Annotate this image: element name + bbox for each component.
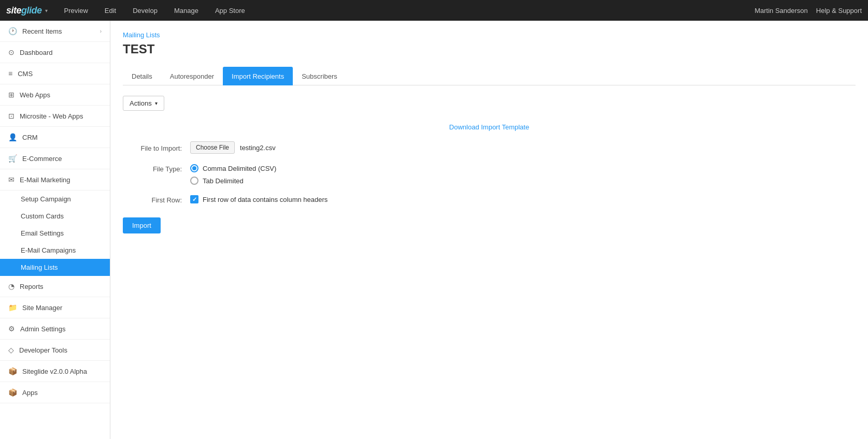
cms-label: CMS <box>18 70 33 78</box>
radio-group-file-type: Comma Delimited (CSV) Tab Delimited <box>190 162 856 185</box>
sidebar-item-ecommerce[interactable]: 🛒 E-Commerce <box>0 148 110 169</box>
site-manager-icon: 📁 <box>8 303 17 312</box>
first-row-group: First Row: First row of data contains co… <box>123 193 856 204</box>
clock-icon: 🕐 <box>8 27 17 35</box>
download-import-template-link[interactable]: Download Import Template <box>123 123 856 131</box>
radio-tab[interactable]: Tab Delimited <box>190 177 856 185</box>
sidebar-item-custom-cards[interactable]: Custom Cards <box>0 208 110 225</box>
top-nav-right: Martin Sanderson Help & Support <box>755 7 862 14</box>
logo-glide: glide <box>21 5 42 16</box>
sidebar-item-site-manager[interactable]: 📁 Site Manager <box>0 297 110 318</box>
nav-preview[interactable]: Preview <box>56 0 96 21</box>
site-manager-label: Site Manager <box>22 304 62 312</box>
recent-items-arrow: › <box>100 28 102 34</box>
radio-tab-label: Tab Delimited <box>203 177 244 185</box>
first-row-label: First Row: <box>123 193 190 204</box>
file-type-group: File Type: Comma Delimited (CSV) Tab Del… <box>123 162 856 185</box>
nav-appstore[interactable]: App Store <box>207 0 253 21</box>
admin-settings-icon: ⚙ <box>8 325 15 333</box>
crm-icon: 👤 <box>8 133 17 141</box>
tab-details[interactable]: Details <box>123 67 161 85</box>
nav-develop[interactable]: Develop <box>124 0 166 21</box>
sidebar-item-developer-tools[interactable]: ◇ Developer Tools <box>0 340 110 361</box>
sidebar-item-setup-campaign[interactable]: Setup Campaign <box>0 191 110 208</box>
emailmarketing-label: E-Mail Marketing <box>20 176 70 184</box>
nav-items: Preview Edit Develop Manage App Store <box>56 0 253 21</box>
sidebar: 🕐 Recent Items › ⊙ Dashboard ≡ CMS ⊞ Web… <box>0 21 110 439</box>
breadcrumb[interactable]: Mailing Lists <box>123 31 856 39</box>
tabs: Details Autoresponder Import Recipients … <box>123 67 856 85</box>
ecommerce-icon: 🛒 <box>8 154 17 163</box>
radio-csv-circle <box>190 164 198 172</box>
apps-icon: 📦 <box>8 388 17 397</box>
webapps-label: Web Apps <box>20 91 50 99</box>
crm-label: CRM <box>22 134 38 141</box>
sidebar-item-mailing-lists[interactable]: Mailing Lists <box>0 259 110 276</box>
content-area: Mailing Lists TEST Details Autoresponder… <box>110 21 868 439</box>
file-type-options: Comma Delimited (CSV) Tab Delimited <box>190 162 856 185</box>
logo[interactable]: siteglide <box>6 5 42 16</box>
siteglide-version-label: Siteglide v2.0.0 Alpha <box>22 368 87 375</box>
radio-csv-label: Comma Delimited (CSV) <box>203 165 276 172</box>
selected-file-name: testing2.csv <box>240 144 276 152</box>
admin-settings-label: Admin Settings <box>20 325 65 333</box>
sidebar-item-microsite[interactable]: ⊡ Microsite - Web Apps <box>0 106 110 127</box>
sidebar-item-email-campaigns[interactable]: E-Mail Campaigns <box>0 242 110 259</box>
ecommerce-label: E-Commerce <box>22 155 62 163</box>
email-icon: ✉ <box>8 175 15 184</box>
help-support-link[interactable]: Help & Support <box>816 7 862 14</box>
tab-import-recipients[interactable]: Import Recipients <box>223 67 293 85</box>
file-to-import-group: File to Import: Choose File testing2.csv <box>123 141 856 154</box>
user-name[interactable]: Martin Sanderson <box>755 7 808 14</box>
first-row-checkbox[interactable]: First row of data contains column header… <box>190 193 856 203</box>
email-sub-menu: Setup Campaign Custom Cards Email Settin… <box>0 191 110 276</box>
sidebar-item-email-settings[interactable]: Email Settings <box>0 225 110 242</box>
file-type-label: File Type: <box>123 162 190 173</box>
sidebar-item-reports[interactable]: ◔ Reports <box>0 276 110 297</box>
first-row-checkbox-label: First row of data contains column header… <box>203 196 328 203</box>
choose-file-button[interactable]: Choose File <box>190 141 235 154</box>
reports-label: Reports <box>20 283 44 290</box>
logo-dropdown-arrow[interactable]: ▾ <box>45 8 48 13</box>
sidebar-item-dashboard[interactable]: ⊙ Dashboard <box>0 42 110 63</box>
webapps-icon: ⊞ <box>8 91 15 99</box>
actions-caret: ▾ <box>155 100 158 106</box>
import-button[interactable]: Import <box>123 217 161 233</box>
import-form: File to Import: Choose File testing2.csv… <box>123 141 856 204</box>
apps-label: Apps <box>22 389 38 397</box>
version-icon: 📦 <box>8 367 17 375</box>
sidebar-item-siteglide-version[interactable]: 📦 Siteglide v2.0.0 Alpha <box>0 361 110 382</box>
file-input-area: Choose File testing2.csv <box>190 141 856 154</box>
tab-subscribers[interactable]: Subscribers <box>293 67 346 85</box>
developer-tools-icon: ◇ <box>8 346 14 354</box>
radio-csv[interactable]: Comma Delimited (CSV) <box>190 164 856 172</box>
sidebar-item-cms[interactable]: ≡ CMS <box>0 63 110 84</box>
sidebar-item-crm[interactable]: 👤 CRM <box>0 127 110 148</box>
developer-tools-label: Developer Tools <box>19 346 67 354</box>
sidebar-item-apps[interactable]: 📦 Apps <box>0 382 110 403</box>
nav-manage[interactable]: Manage <box>166 0 207 21</box>
dashboard-icon: ⊙ <box>8 48 15 56</box>
tab-autoresponder[interactable]: Autoresponder <box>161 67 223 85</box>
radio-tab-circle <box>190 177 198 185</box>
reports-icon: ◔ <box>8 282 15 290</box>
first-row-checkbox-box <box>190 195 198 203</box>
microsite-label: Microsite - Web Apps <box>20 112 83 120</box>
content-inner: Mailing Lists TEST Details Autoresponder… <box>110 21 868 439</box>
actions-button[interactable]: Actions ▾ <box>123 96 164 111</box>
recent-items-label: Recent Items <box>22 27 62 35</box>
sidebar-item-webapps[interactable]: ⊞ Web Apps <box>0 84 110 106</box>
nav-edit[interactable]: Edit <box>96 0 124 21</box>
file-to-import-label: File to Import: <box>123 141 190 152</box>
sidebar-item-recent-items[interactable]: 🕐 Recent Items › <box>0 21 110 42</box>
sidebar-item-admin-settings[interactable]: ⚙ Admin Settings <box>0 318 110 340</box>
dashboard-label: Dashboard <box>20 49 53 56</box>
logo-site: site <box>6 5 21 16</box>
page-title: TEST <box>123 42 856 56</box>
first-row-control: First row of data contains column header… <box>190 193 856 203</box>
microsite-icon: ⊡ <box>8 112 15 120</box>
cms-icon: ≡ <box>8 69 12 78</box>
main-layout: 🕐 Recent Items › ⊙ Dashboard ≡ CMS ⊞ Web… <box>0 21 868 439</box>
top-nav: siteglide ▾ Preview Edit Develop Manage … <box>0 0 868 21</box>
sidebar-item-emailmarketing[interactable]: ✉ E-Mail Marketing <box>0 169 110 191</box>
